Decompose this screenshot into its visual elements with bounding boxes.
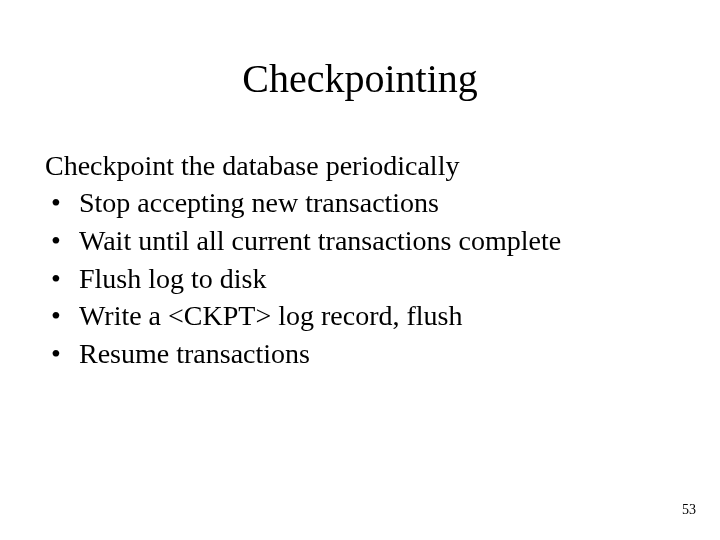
bullet-icon: • (51, 297, 61, 335)
intro-line: Checkpoint the database periodically (45, 150, 675, 182)
page-number: 53 (682, 502, 696, 518)
slide-title: Checkpointing (45, 55, 675, 102)
bullet-icon: • (51, 222, 61, 260)
list-item: •Stop accepting new transactions (45, 184, 675, 222)
bullet-list: •Stop accepting new transactions •Wait u… (45, 184, 675, 373)
slide: Checkpointing Checkpoint the database pe… (0, 0, 720, 540)
list-item-label: Resume transactions (79, 338, 310, 369)
bullet-icon: • (51, 335, 61, 373)
bullet-icon: • (51, 184, 61, 222)
list-item: •Write a <CKPT> log record, flush (45, 297, 675, 335)
list-item-label: Write a <CKPT> log record, flush (79, 300, 462, 331)
bullet-icon: • (51, 260, 61, 298)
list-item-label: Stop accepting new transactions (79, 187, 439, 218)
list-item-label: Wait until all current transactions comp… (79, 225, 561, 256)
list-item: •Resume transactions (45, 335, 675, 373)
list-item-label: Flush log to disk (79, 263, 266, 294)
list-item: •Wait until all current transactions com… (45, 222, 675, 260)
list-item: •Flush log to disk (45, 260, 675, 298)
